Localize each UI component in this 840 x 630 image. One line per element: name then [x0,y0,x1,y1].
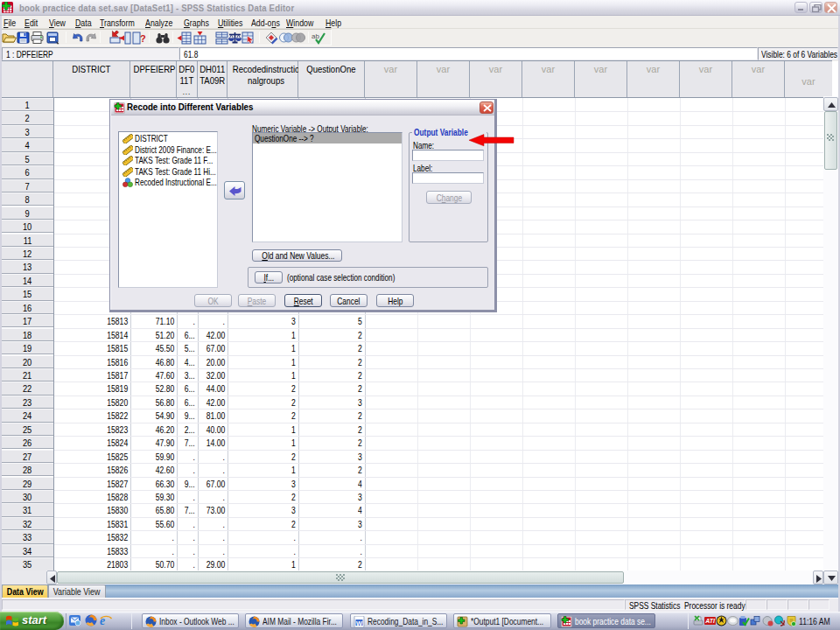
svg-text:ab: ab [312,32,319,40]
svg-text:W: W [356,620,363,627]
svg-text:?: ? [140,33,146,44]
svg-text:ATI: ATI [704,618,716,624]
